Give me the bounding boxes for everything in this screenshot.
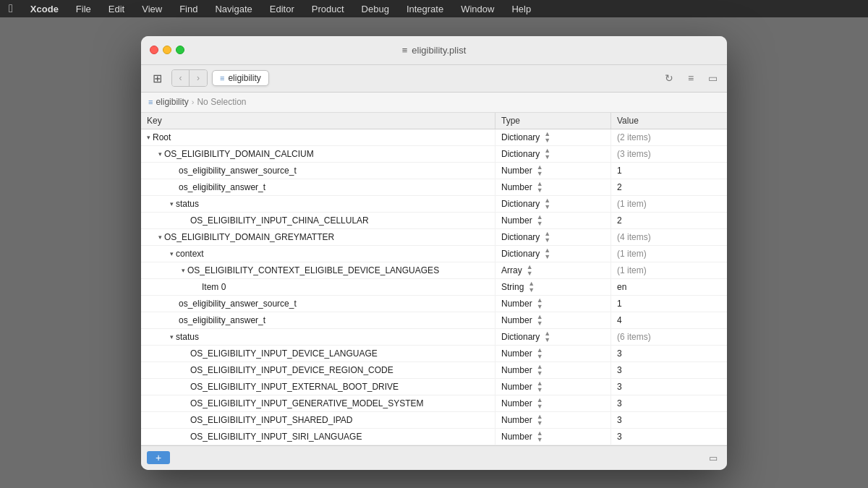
panel-toggle-button[interactable]: ▭ [704, 70, 721, 86]
disclosure-icon[interactable]: ▾ [170, 250, 174, 257]
cell-type: Number▲▼ [495, 379, 611, 395]
stepper-control[interactable]: ▲▼ [537, 297, 543, 310]
table-row[interactable]: OS_ELIGIBILITY_INPUT_DEVICE_REGION_CODEN… [141, 362, 727, 379]
type-text: Array [501, 265, 522, 275]
menu-window[interactable]: Window [458, 4, 497, 14]
toolbar: ⊞ ‹ › ≡ eligibility ↻ ≡ ▭ [141, 65, 727, 93]
type-text: Number [501, 365, 532, 375]
table-row[interactable]: ▾statusDictionary▲▼(6 items) [141, 329, 727, 346]
table-row[interactable]: os_eligibility_answer_source_tNumber▲▼1 [141, 296, 727, 312]
stepper-control[interactable]: ▲▼ [537, 164, 543, 177]
value-text: 3 [617, 365, 622, 375]
stepper-control[interactable]: ▲▼ [544, 131, 550, 144]
menu-file[interactable]: File [73, 4, 94, 14]
menu-integrate[interactable]: Integrate [404, 4, 446, 14]
value-text: (2 items) [617, 132, 651, 142]
stepper-control[interactable]: ▲▼ [537, 314, 543, 327]
table-row[interactable]: os_eligibility_answer_tNumber▲▼4 [141, 312, 727, 329]
table-row[interactable]: OS_ELIGIBILITY_INPUT_EXTERNAL_BOOT_DRIVE… [141, 379, 727, 395]
table-row[interactable]: ▾OS_ELIGIBILITY_CONTEXT_ELIGIBLE_DEVICE_… [141, 262, 727, 279]
stepper-control[interactable]: ▲▼ [537, 181, 543, 194]
menu-find[interactable]: Find [176, 4, 200, 14]
type-text: Dictionary [501, 232, 540, 242]
maximize-button[interactable] [176, 46, 184, 54]
forward-button[interactable]: › [190, 70, 207, 86]
value-text: 2 [617, 182, 622, 192]
stepper-control[interactable]: ▲▼ [537, 214, 543, 227]
table-row[interactable]: Item 0String▲▼en [141, 279, 727, 296]
stepper-control[interactable]: ▲▼ [544, 147, 550, 160]
table-row[interactable]: ▾RootDictionary▲▼(2 items) [141, 129, 727, 146]
tab-eligibility[interactable]: ≡ eligibility [212, 70, 269, 86]
cell-type: Dictionary▲▼ [495, 129, 611, 145]
stepper-control[interactable]: ▲▼ [544, 330, 550, 343]
key-text: os_eligibility_answer_source_t [179, 166, 297, 176]
bottom-panel-button[interactable]: ▭ [705, 451, 721, 464]
stepper-control[interactable]: ▲▼ [527, 264, 533, 277]
list-view-button[interactable]: ≡ [682, 70, 699, 86]
menu-navigate[interactable]: Navigate [212, 4, 255, 14]
stepper-control[interactable]: ▲▼ [528, 281, 535, 294]
key-text: os_eligibility_answer_source_t [179, 299, 297, 309]
table-row[interactable]: ▾statusDictionary▲▼(1 item) [141, 196, 727, 213]
stepper-control[interactable]: ▲▼ [537, 380, 543, 393]
stepper-control[interactable]: ▲▼ [537, 347, 543, 360]
key-text: Root [153, 132, 171, 142]
minimize-button[interactable] [163, 46, 171, 54]
table-row[interactable]: OS_ELIGIBILITY_INPUT_SIRI_LANGUAGENumber… [141, 429, 727, 445]
cell-key: ▾Root [141, 129, 495, 145]
key-text: OS_ELIGIBILITY_DOMAIN_CALCIUM [164, 149, 314, 159]
type-text: Number [501, 315, 532, 325]
disclosure-icon[interactable]: ▾ [158, 150, 162, 158]
table-row[interactable]: OS_ELIGIBILITY_INPUT_SHARED_IPADNumber▲▼… [141, 412, 727, 429]
cell-value: 3 [611, 412, 727, 428]
stepper-control[interactable]: ▲▼ [537, 364, 543, 377]
table-row[interactable]: ▾OS_ELIGIBILITY_DOMAIN_CALCIUMDictionary… [141, 146, 727, 163]
back-button[interactable]: ‹ [172, 70, 190, 86]
menu-editor[interactable]: Editor [267, 4, 297, 14]
add-item-button[interactable]: + [147, 451, 170, 464]
type-text: Number [501, 382, 532, 392]
disclosure-icon[interactable]: ▾ [182, 267, 185, 274]
menu-help[interactable]: Help [509, 4, 534, 14]
table-row[interactable]: os_eligibility_answer_tNumber▲▼2 [141, 179, 727, 196]
disclosure-icon[interactable]: ▾ [158, 234, 162, 241]
stepper-control[interactable]: ▲▼ [544, 197, 550, 210]
col-header-value: Value [611, 113, 727, 129]
stepper-control[interactable]: ▲▼ [544, 247, 550, 260]
breadcrumb-root[interactable]: eligibility [156, 97, 188, 107]
key-text: OS_ELIGIBILITY_INPUT_EXTERNAL_BOOT_DRIVE [190, 382, 399, 392]
cell-value: 4 [611, 312, 727, 328]
cell-type: Dictionary▲▼ [495, 329, 611, 345]
table-row[interactable]: ▾contextDictionary▲▼(1 item) [141, 246, 727, 262]
type-text: Number [501, 415, 532, 425]
table-row[interactable]: OS_ELIGIBILITY_INPUT_CHINA_CELLULARNumbe… [141, 213, 727, 229]
stepper-control[interactable]: ▲▼ [537, 397, 543, 410]
cell-value: 2 [611, 213, 727, 228]
menu-debug[interactable]: Debug [359, 4, 392, 14]
key-text: OS_ELIGIBILITY_CONTEXT_ELIGIBLE_DEVICE_L… [187, 265, 439, 275]
type-text: Dictionary [501, 149, 540, 159]
menu-xcode[interactable]: Xcode [27, 4, 61, 14]
grid-view-button[interactable]: ⊞ [147, 70, 167, 86]
disclosure-icon[interactable]: ▾ [170, 200, 174, 207]
table-row[interactable]: ▾OS_ELIGIBILITY_DOMAIN_GREYMATTERDiction… [141, 229, 727, 246]
table-row[interactable]: os_eligibility_answer_source_tNumber▲▼1 [141, 163, 727, 179]
window: ≡ eligibility.plist ⊞ ‹ › ≡ eligibility … [141, 36, 727, 470]
cell-value: 2 [611, 179, 727, 195]
table-row[interactable]: OS_ELIGIBILITY_INPUT_DEVICE_LANGUAGENumb… [141, 346, 727, 362]
stepper-control[interactable]: ▲▼ [537, 430, 543, 443]
table-row[interactable]: OS_ELIGIBILITY_INPUT_GENERATIVE_MODEL_SY… [141, 395, 727, 412]
refresh-button[interactable]: ↻ [660, 70, 678, 86]
disclosure-icon[interactable]: ▾ [170, 333, 174, 341]
menu-product[interactable]: Product [309, 4, 347, 14]
disclosure-icon[interactable]: ▾ [147, 134, 150, 141]
close-button[interactable] [150, 46, 158, 54]
menu-view[interactable]: View [139, 4, 165, 14]
menu-edit[interactable]: Edit [106, 4, 127, 14]
cell-type: Number▲▼ [495, 429, 611, 445]
stepper-control[interactable]: ▲▼ [537, 414, 543, 427]
stepper-control[interactable]: ▲▼ [544, 231, 550, 244]
apple-menu[interactable]:  [6, 2, 16, 15]
cell-key: ▾status [141, 329, 495, 345]
